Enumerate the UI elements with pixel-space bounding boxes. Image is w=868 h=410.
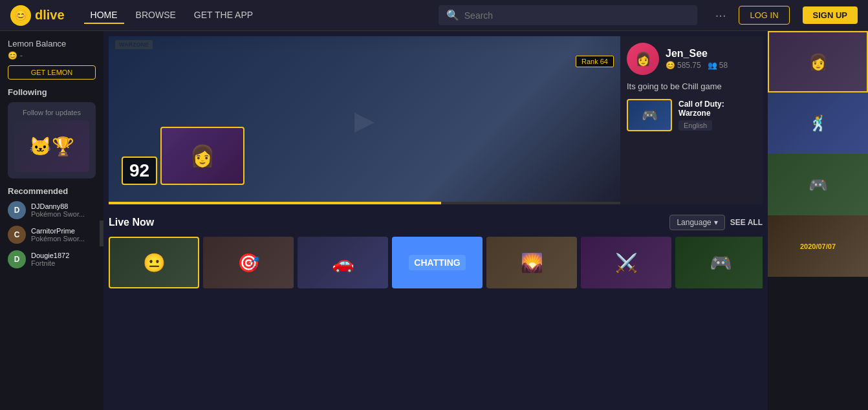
thumb-3-icon: 🚗 — [332, 252, 354, 274]
lemon-count: 585.75 — [677, 61, 701, 70]
rec-item-2[interactable]: C CarnitorPrime Pokémon Swor... — [8, 226, 96, 244]
score-badge: 92 — [122, 156, 157, 185]
viewer-count: 58 — [719, 61, 728, 70]
header: 😊 dlive HOME BROWSE GET THE APP 🔍 ··· LO… — [0, 0, 868, 31]
thumb-5-icon: ⚔️ — [615, 252, 638, 274]
recommended-label: Recommended — [8, 186, 96, 196]
right-thumb-2-icon: 🕺 — [808, 114, 828, 133]
webcam-overlay: 👩 — [160, 127, 244, 185]
game-thumbnail: 🎮 — [627, 99, 672, 131]
right-thumb-3-icon: 🎮 — [808, 176, 828, 194]
language-dropdown-label: Language — [677, 218, 711, 227]
follow-art-icon: 🐱🏆 — [29, 136, 74, 157]
stream-thumbnails: 😐 🎯 🚗 CHATTING 🌄 ⚔️ 🎮 — [109, 237, 763, 288]
search-bar[interactable]: 🔍 — [439, 5, 697, 25]
right-thumb-1-icon: 👩 — [808, 53, 828, 71]
thumb-6-icon: 🎮 — [710, 252, 732, 274]
sidebar: Lemon Balance 😊 - GET LEMON Following Fo… — [0, 31, 103, 410]
thumb-4-icon: 🌄 — [521, 252, 543, 274]
right-thumb-4-bg: 2020/07/07 — [768, 215, 868, 277]
stream-thumb-4[interactable]: 🌄 — [486, 237, 577, 288]
nav-get-app[interactable]: GET THE APP — [188, 7, 259, 24]
follow-updates-box: Follow for updates 🐱🏆 — [8, 102, 96, 178]
right-thumb-2-bg: 🕺 — [768, 92, 868, 154]
webcam-person-icon: 👩 — [190, 144, 215, 168]
bottom-section: Live Now Language ▾ SEE ALL 😐 🎯 🚗 — [103, 210, 768, 294]
stream-title: Its going to be Chill game — [627, 81, 756, 91]
search-icon: 🔍 — [446, 9, 459, 21]
logo[interactable]: 😊 dlive — [10, 5, 65, 26]
rec-avatar-1: D — [8, 201, 26, 219]
right-thumb-1-bg: 👩 — [769, 32, 867, 91]
stream-section: WARZONE Rank 64 92 👩 ▶ — [103, 31, 768, 210]
thumb-1-icon: 😐 — [143, 252, 166, 274]
rec-avatar-3: D — [8, 250, 26, 268]
viewer-stat: 👥 58 — [708, 61, 728, 70]
live-now-header: Live Now Language ▾ SEE ALL — [109, 215, 763, 230]
get-lemon-button[interactable]: GET LEMON — [8, 65, 96, 80]
game-details: Call of Duty: Warzone English — [678, 100, 756, 131]
chatting-text: CHATTING — [409, 255, 465, 270]
sidebar-collapse-button[interactable]: ‹ — [100, 221, 103, 246]
nav-browse[interactable]: BROWSE — [129, 7, 182, 24]
signup-button[interactable]: SIGN UP — [803, 6, 858, 24]
streamer-avatar: 👩 — [627, 43, 659, 75]
language-badge: English — [678, 120, 712, 131]
stream-thumb-3[interactable]: 🚗 — [298, 237, 388, 288]
viewers-icon: 👥 — [708, 61, 717, 70]
stream-thumb-2[interactable]: 🎯 — [203, 237, 294, 288]
right-thumb-3-bg: 🎮 — [768, 154, 868, 215]
stream-thumb-1[interactable]: 😐 — [109, 237, 199, 288]
lemon-stat: 😊 585.75 — [666, 61, 701, 70]
login-button[interactable]: LOG IN — [739, 6, 789, 25]
rec-item-3[interactable]: D Dougie1872 Fortnite — [8, 250, 96, 268]
right-thumb-2[interactable]: 🕺 — [768, 92, 868, 154]
streamer-details: Jen_See 😊 585.75 👥 58 — [666, 48, 728, 70]
follow-update-text: Follow for updates — [14, 109, 89, 116]
lemon-balance-label: Lemon Balance — [8, 39, 96, 49]
logo-text: dlive — [35, 8, 65, 23]
rec-info-2: CarnitorPrime Pokémon Swor... — [31, 227, 85, 243]
stream-info: 👩 Jen_See 😊 585.75 👥 58 — [620, 36, 763, 204]
right-panel: 👩 🕺 🎮 2020/07/07 — [768, 31, 868, 410]
lemon-stat-icon: 😊 — [666, 61, 675, 70]
nav-home[interactable]: HOME — [84, 7, 124, 24]
following-label: Following — [8, 87, 96, 97]
video-thumbnail: WARZONE Rank 64 92 👩 ▶ — [109, 36, 620, 204]
search-input[interactable] — [464, 10, 689, 21]
thumb-2-icon: 🎯 — [237, 252, 260, 274]
right-thumb-1[interactable]: 👩 — [768, 31, 868, 92]
stream-thumb-5[interactable]: ⚔️ — [581, 237, 671, 288]
dropdown-chevron-icon: ▾ — [714, 218, 718, 227]
rec-info-1: DJDanny88 Pokémon Swor... — [31, 202, 85, 218]
language-dropdown[interactable]: Language ▾ — [669, 215, 724, 230]
live-now-title: Live Now — [109, 217, 154, 228]
stream-thumb-chatting[interactable]: CHATTING — [392, 237, 483, 288]
game-name: Call of Duty: Warzone — [678, 100, 756, 118]
rec-item-1[interactable]: D DJDanny88 Pokémon Swor... — [8, 201, 96, 219]
streamer-stats: 😊 585.75 👥 58 — [666, 61, 728, 70]
right-thumb-4[interactable]: 2020/07/07 — [768, 215, 868, 277]
nav: HOME BROWSE GET THE APP — [84, 7, 260, 24]
logo-icon: 😊 — [10, 5, 31, 26]
video-player[interactable]: WARZONE Rank 64 92 👩 ▶ — [109, 36, 620, 204]
right-thumb-3[interactable]: 🎮 — [768, 154, 868, 215]
live-now-controls: Language ▾ SEE ALL — [669, 215, 763, 230]
progress-bar[interactable] — [109, 202, 620, 204]
main-layout: Lemon Balance 😊 - GET LEMON Following Fo… — [0, 31, 868, 410]
lemon-amount: 😊 - — [8, 51, 96, 60]
game-thumb-icon: 🎮 — [642, 107, 658, 123]
rec-avatar-2: C — [8, 226, 26, 244]
content-area: WARZONE Rank 64 92 👩 ▶ — [103, 31, 768, 410]
more-options[interactable]: ··· — [715, 8, 726, 23]
rank-badge: Rank 64 — [576, 56, 614, 67]
follow-illustration: 🐱🏆 — [14, 120, 89, 172]
streamer-name[interactable]: Jen_See — [666, 48, 728, 59]
streamer-header: 👩 Jen_See 😊 585.75 👥 58 — [627, 43, 756, 75]
see-all-button[interactable]: SEE ALL — [730, 218, 763, 227]
stream-thumb-6[interactable]: 🎮 — [675, 237, 763, 288]
rec-info-3: Dougie1872 Fortnite — [31, 252, 69, 267]
progress-fill — [109, 202, 441, 204]
game-card[interactable]: 🎮 Call of Duty: Warzone English — [627, 99, 756, 131]
lemon-coin-icon: 😊 — [8, 51, 17, 60]
